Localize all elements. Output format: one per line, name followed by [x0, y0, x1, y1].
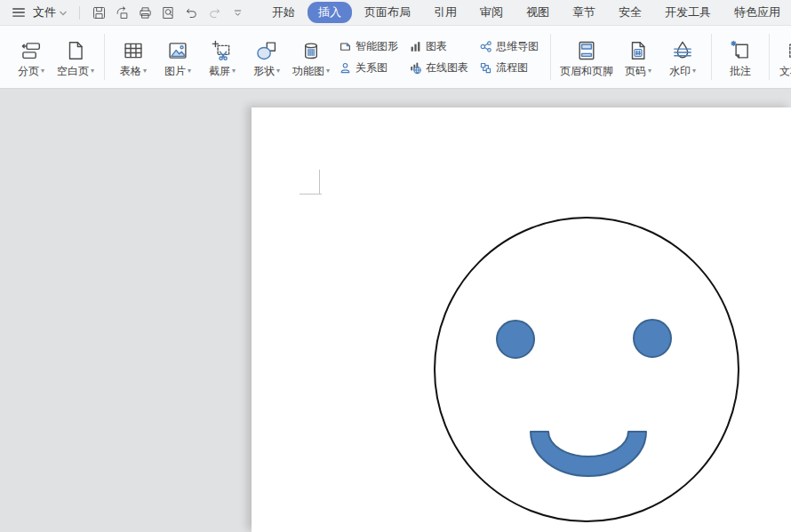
relation-diagram-icon [339, 61, 352, 75]
drawing-canvas [252, 107, 791, 532]
print-preview-icon[interactable] [158, 3, 179, 22]
dropdown-caret-icon: ▾ [188, 67, 191, 75]
page-number-icon [627, 36, 650, 65]
tab-review[interactable]: 审阅 [469, 2, 514, 23]
tab-insert[interactable]: 插入 [308, 2, 352, 23]
mindmap-icon [479, 40, 492, 53]
ribbon-group: 页眉和页脚页码▾水印▾ [554, 26, 708, 88]
function-diagram-label: 功能图▾ [292, 65, 330, 77]
text-box-label: 文本框▾ [779, 65, 791, 77]
left-eye-shape[interactable] [497, 321, 534, 358]
chevron-down-icon [59, 6, 68, 20]
blank-page-button[interactable]: 空白页▾ [53, 35, 98, 79]
smart-graphic-label: 智能图形 [356, 39, 398, 54]
picture-button[interactable]: 图片▾ [156, 35, 200, 79]
title-bar: 文件 开始插入页面布局引用审阅视图章节安全开发工具特色应用文档助 [0, 0, 791, 26]
chart-icon [409, 40, 422, 53]
ribbon-tab-strip: 开始插入页面布局引用审阅视图章节安全开发工具特色应用文档助 [260, 2, 791, 23]
smart-graphic-icon [339, 40, 352, 53]
flowchart-label: 流程图 [496, 60, 528, 75]
table-label: 表格▾ [120, 65, 147, 77]
ribbon-group: 文本框▾艺 [772, 26, 791, 88]
shapes-button[interactable]: 形状▾ [244, 35, 289, 79]
document-page[interactable] [252, 107, 791, 532]
tab-section[interactable]: 章节 [562, 2, 606, 23]
titlebar-divider [79, 6, 80, 20]
tab-special-features[interactable]: 特色应用 [723, 2, 791, 23]
document-workspace[interactable] [0, 89, 791, 532]
screenshot-label: 截屏▾ [209, 65, 236, 77]
blank-page-icon [64, 36, 87, 65]
dropdown-caret-icon: ▾ [692, 67, 696, 75]
mindmap-button[interactable]: 思维导图 [476, 38, 541, 55]
print-icon[interactable] [135, 3, 156, 22]
customize-quick-access-icon[interactable] [228, 3, 248, 22]
shapes-label: 形状▾ [253, 65, 280, 77]
ribbon-group: 批注 [715, 26, 766, 88]
flowchart-button[interactable]: 流程图 [476, 60, 541, 76]
header-footer-label: 页眉和页脚 [560, 65, 613, 77]
insert-ribbon: 分页▾空白页▾表格▾图片▾截屏▾形状▾功能图▾智能图形关系图图表在线图表思维导图… [0, 26, 791, 89]
quick-access-toolbar [87, 3, 249, 22]
watermark-label: 水印▾ [669, 65, 696, 77]
text-box-icon [787, 36, 791, 65]
dropdown-caret-icon: ▾ [326, 67, 330, 75]
save-icon[interactable] [89, 3, 109, 22]
picture-icon [166, 36, 189, 65]
tab-references[interactable]: 引用 [423, 2, 467, 23]
dropdown-caret-icon: ▾ [91, 67, 94, 75]
blank-page-label: 空白页▾ [57, 65, 94, 77]
ribbon-group-divider [711, 34, 712, 80]
table-button[interactable]: 表格▾ [111, 35, 156, 79]
ribbon-group-divider [104, 34, 105, 80]
relation-diagram-button[interactable]: 关系图 [336, 60, 401, 76]
chart-button[interactable]: 图表 [406, 38, 471, 55]
ribbon-stack-column: 思维导图流程图 [476, 38, 541, 76]
file-menu-label: 文件 [33, 4, 56, 20]
dropdown-caret-icon: ▾ [648, 67, 651, 75]
dropdown-caret-icon: ▾ [232, 67, 236, 75]
header-footer-button[interactable]: 页眉和页脚 [557, 35, 616, 79]
flowchart-icon [479, 61, 492, 75]
shapes-icon [255, 36, 278, 65]
page-break-button[interactable]: 分页▾ [9, 35, 53, 79]
chart-label: 图表 [426, 39, 447, 54]
redo-icon [204, 3, 225, 22]
tab-security[interactable]: 安全 [608, 2, 652, 23]
watermark-icon [671, 36, 694, 65]
screenshot-icon [211, 36, 234, 65]
file-menu-button[interactable]: 文件 [28, 3, 72, 22]
right-eye-shape[interactable] [634, 320, 671, 357]
tab-view[interactable]: 视图 [515, 2, 560, 23]
mindmap-label: 思维导图 [496, 39, 539, 54]
screenshot-button[interactable]: 截屏▾ [200, 35, 244, 79]
online-chart-icon [409, 61, 422, 75]
tab-developer-tools[interactable]: 开发工具 [654, 2, 722, 23]
undo-icon[interactable] [181, 3, 202, 22]
tab-page-layout[interactable]: 页面布局 [354, 2, 421, 23]
online-chart-label: 在线图表 [426, 60, 468, 75]
comment-icon [729, 36, 752, 65]
text-box-button[interactable]: 文本框▾ [776, 35, 791, 79]
dropdown-caret-icon: ▾ [143, 67, 147, 75]
main-menu-icon[interactable] [9, 3, 28, 22]
smart-graphic-button[interactable]: 智能图形 [336, 38, 401, 55]
tab-home[interactable]: 开始 [261, 2, 306, 23]
comment-label: 批注 [730, 65, 751, 77]
online-chart-button[interactable]: 在线图表 [406, 60, 471, 76]
comment-button[interactable]: 批注 [718, 35, 763, 79]
dropdown-caret-icon: ▾ [276, 67, 280, 75]
ribbon-stack-area: 智能图形关系图图表在线图表思维导图流程图 [333, 38, 544, 76]
dropdown-caret-icon: ▾ [41, 67, 44, 75]
page-number-button[interactable]: 页码▾ [616, 35, 660, 79]
ribbon-group: 表格▾图片▾截屏▾形状▾功能图▾智能图形关系图图表在线图表思维导图流程图 [108, 26, 547, 88]
watermark-button[interactable]: 水印▾ [660, 35, 705, 79]
export-icon[interactable] [112, 3, 132, 22]
function-diagram-button[interactable]: 功能图▾ [289, 35, 333, 79]
page-break-label: 分页▾ [18, 65, 44, 77]
ribbon-stack-column: 智能图形关系图 [336, 38, 401, 76]
header-footer-icon [575, 36, 598, 65]
page-number-label: 页码▾ [625, 65, 651, 77]
ribbon-group-divider [550, 34, 551, 80]
ribbon-group-divider [769, 34, 770, 80]
